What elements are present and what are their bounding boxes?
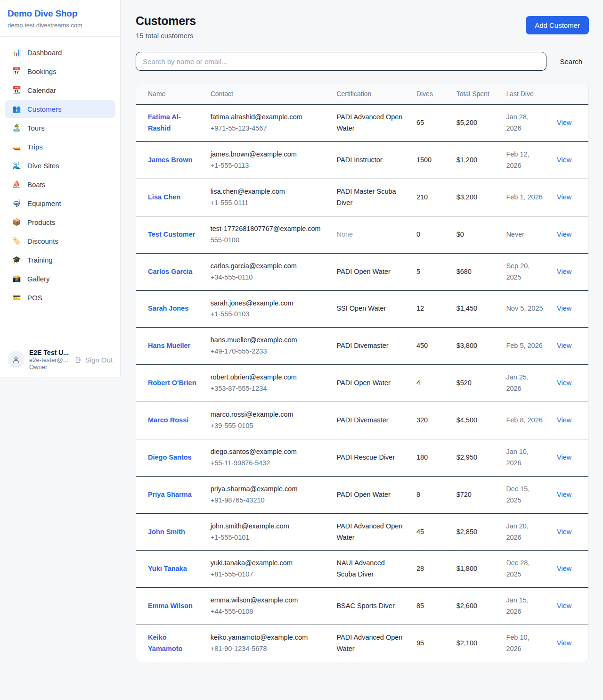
search-button[interactable]: Search bbox=[560, 58, 582, 66]
view-customer-link[interactable]: View bbox=[557, 528, 571, 535]
customer-name-link[interactable]: Diego Santos bbox=[148, 453, 192, 461]
sidebar-item-equipment[interactable]: 🤿Equipment bbox=[5, 194, 115, 212]
last-dive-cell: Jan 28, 2026 bbox=[500, 105, 551, 142]
view-customer-link[interactable]: View bbox=[557, 379, 571, 387]
contact-cell: carlos.garcia@example.com+34-555-0110 bbox=[205, 253, 331, 290]
customer-name-link[interactable]: Keiko Yamamoto bbox=[148, 634, 182, 652]
view-customer-link[interactable]: View bbox=[557, 639, 571, 647]
sidebar-item-calendar[interactable]: 📆Calendar bbox=[5, 81, 115, 99]
dives-cell: 450 bbox=[411, 328, 451, 365]
customer-name-link[interactable]: Robert O'Brien bbox=[148, 379, 196, 387]
view-customer-link[interactable]: View bbox=[557, 231, 571, 238]
customer-name-link[interactable]: Yuki Tanaka bbox=[148, 565, 187, 572]
certification-value: BSAC Sports Diver bbox=[336, 602, 394, 609]
sidebar-item-boats[interactable]: ⛵Boats bbox=[5, 175, 115, 193]
sidebar-item-training[interactable]: 🎓Training bbox=[5, 251, 115, 269]
sidebar-item-dashboard[interactable]: 📊Dashboard bbox=[5, 43, 115, 61]
customer-name-link[interactable]: Priya Sharma bbox=[148, 491, 192, 498]
table-row: Test Customertest-1772681807767@example.… bbox=[136, 216, 588, 253]
view-customer-link[interactable]: View bbox=[557, 342, 571, 349]
sidebar-item-gallery[interactable]: 📸Gallery bbox=[5, 270, 115, 288]
sidebar-item-label: Equipment bbox=[27, 199, 61, 207]
customer-name-link[interactable]: Marco Rossi bbox=[148, 416, 188, 424]
sidebar-item-bookings[interactable]: 📅Bookings bbox=[5, 62, 115, 80]
customer-email: diego.santos@example.com bbox=[211, 446, 326, 458]
customer-name-link[interactable]: Carlos Garcia bbox=[148, 268, 192, 275]
sign-out-button[interactable]: Sign Out bbox=[74, 356, 113, 364]
total-spent-cell: $2,950 bbox=[451, 439, 501, 476]
certification-cell: PADI Open Water bbox=[331, 365, 410, 402]
contact-cell: james.brown@example.com+1-555-0113 bbox=[205, 142, 331, 179]
customer-name-link[interactable]: Hans Mueller bbox=[148, 342, 190, 349]
certification-value: PADI Instructor bbox=[336, 156, 382, 164]
sidebar-item-pos[interactable]: 💳POS bbox=[5, 288, 115, 306]
user-meta: E2E Test U... e2e-tester@... Owner bbox=[29, 349, 74, 371]
add-customer-button[interactable]: Add Customer bbox=[526, 16, 589, 34]
sidebar-item-label: Boats bbox=[27, 181, 45, 189]
sidebar-item-tours[interactable]: 🏝️Tours bbox=[5, 119, 115, 137]
customer-name-link[interactable]: Test Customer bbox=[148, 231, 195, 238]
sidebar-item-products[interactable]: 📦Products bbox=[5, 213, 115, 231]
last-dive-cell: Jan 15, 2026 bbox=[500, 588, 551, 625]
sidebar-item-discounts[interactable]: 🏷️Discounts bbox=[5, 232, 115, 250]
customer-phone: +1-555-0111 bbox=[211, 198, 326, 209]
customer-phone: +39-555-0105 bbox=[211, 420, 326, 432]
name-cell: Test Customer bbox=[136, 216, 205, 253]
island-icon: 🏝️ bbox=[11, 124, 22, 132]
total-spent-cell: $720 bbox=[451, 476, 501, 513]
customer-name-link[interactable]: James Brown bbox=[148, 156, 192, 164]
table-row: Marco Rossimarco.rossi@example.com+39-55… bbox=[136, 402, 588, 439]
search-bar: Search bbox=[136, 52, 589, 71]
certification-cell: NAUI Advanced Scuba Diver bbox=[331, 551, 410, 588]
speedboat-icon: 🚤 bbox=[11, 142, 22, 151]
name-cell: James Brown bbox=[136, 142, 205, 179]
contact-cell: robert.obrien@example.com+353-87-555-123… bbox=[205, 365, 331, 402]
certification-cell: PADI Open Water bbox=[331, 476, 410, 513]
customer-name-link[interactable]: John Smith bbox=[148, 528, 185, 535]
last-dive-value: Dec 28, 2025 bbox=[506, 559, 530, 578]
view-customer-link[interactable]: View bbox=[557, 416, 571, 424]
sidebar-item-label: POS bbox=[27, 294, 42, 302]
diving-mask-icon: 🤿 bbox=[11, 199, 22, 207]
view-customer-link[interactable]: View bbox=[557, 268, 571, 275]
graduation-cap-icon: 🎓 bbox=[11, 255, 22, 264]
camera-icon: 📸 bbox=[11, 274, 22, 283]
search-input[interactable] bbox=[136, 52, 546, 71]
sidebar-item-label: Tours bbox=[27, 124, 45, 132]
view-customer-link[interactable]: View bbox=[557, 602, 571, 609]
view-customer-link[interactable]: View bbox=[557, 453, 571, 461]
certification-cell: PADI Advanced Open Water bbox=[331, 513, 410, 551]
total-spent-cell: $2,850 bbox=[451, 513, 501, 551]
certification-value: PADI Divemaster bbox=[336, 342, 388, 349]
last-dive-cell: Feb 8, 2026 bbox=[500, 402, 551, 439]
view-customer-link[interactable]: View bbox=[557, 193, 571, 201]
view-customer-link[interactable]: View bbox=[557, 491, 571, 498]
view-customer-link[interactable]: View bbox=[557, 156, 571, 164]
action-cell: View bbox=[551, 216, 588, 253]
table-row: Yuki Tanakayuki.tanaka@example.com+81-55… bbox=[136, 551, 588, 588]
customer-name-link[interactable]: Sarah Jones bbox=[148, 305, 188, 312]
sidebar: Demo Dive Shop demo.test.divestreams.com… bbox=[0, 0, 121, 377]
customer-name-link[interactable]: Emma Wilson bbox=[148, 602, 193, 609]
sidebar-item-dive-sites[interactable]: 🌊Dive Sites bbox=[5, 156, 115, 174]
last-dive-value: Jan 10, 2026 bbox=[506, 448, 529, 467]
last-dive-value: Nov 5, 2025 bbox=[506, 305, 543, 312]
customer-name-link[interactable]: Lisa Chen bbox=[148, 193, 180, 201]
certification-cell: PADI Master Scuba Diver bbox=[331, 179, 410, 216]
contact-cell: lisa.chen@example.com+1-555-0111 bbox=[205, 179, 331, 216]
sidebar-item-trips[interactable]: 🚤Trips bbox=[5, 138, 115, 156]
column-header: Total Spent bbox=[451, 83, 501, 105]
dives-cell: 4 bbox=[411, 365, 451, 402]
view-customer-link[interactable]: View bbox=[557, 119, 571, 126]
contact-cell: emma.wilson@example.com+44-555-0108 bbox=[205, 588, 331, 625]
name-cell: Sarah Jones bbox=[136, 290, 205, 328]
view-customer-link[interactable]: View bbox=[557, 565, 571, 572]
customer-phone: +44-555-0108 bbox=[211, 606, 326, 618]
sidebar-item-customers[interactable]: 👥Customers bbox=[5, 100, 115, 118]
customer-name-link[interactable]: Fatima Al-Rashid bbox=[148, 113, 181, 132]
view-customer-link[interactable]: View bbox=[557, 305, 571, 312]
total-spent-cell: $1,200 bbox=[451, 142, 501, 179]
customer-email: fatima.alrashid@example.com bbox=[211, 112, 326, 123]
contact-cell: priya.sharma@example.com+91-98765-43210 bbox=[205, 476, 331, 513]
sidebar-item-label: Training bbox=[27, 256, 53, 264]
